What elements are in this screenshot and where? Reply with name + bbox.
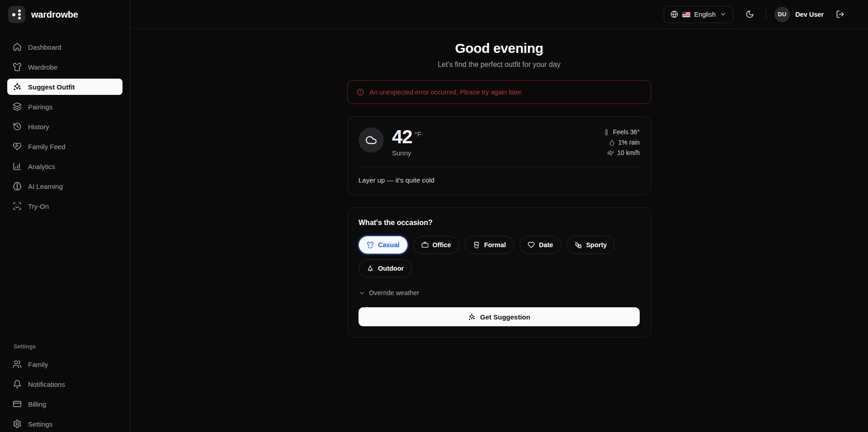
occasion-pill-date[interactable]: Date — [519, 236, 561, 254]
topbar-divider — [766, 9, 766, 20]
chart-column-icon — [13, 162, 22, 171]
brand-name: wardrowbe — [31, 9, 78, 20]
weather-details: Feels 36°1% rain10 km/h — [603, 127, 640, 157]
weather-detail-droplet: 1% rain — [609, 139, 640, 146]
sidebar-item-family[interactable]: Family — [7, 356, 123, 372]
wind-icon — [607, 150, 614, 156]
sidebar-item-wardrobe[interactable]: Wardrobe — [7, 59, 123, 75]
weather-condition-chip — [359, 127, 384, 153]
sidebar-item-dashboard[interactable]: Dashboard — [7, 39, 123, 55]
weather-condition: Sunny — [392, 149, 421, 157]
occasion-pill-label: Casual — [378, 241, 400, 249]
sidebar-item-try-on[interactable]: Try-On — [7, 198, 123, 214]
page-subtitle: Let's find the perfect outfit for your d… — [347, 61, 651, 69]
tree-icon — [367, 265, 374, 272]
sidebar-item-pairings[interactable]: Pairings — [7, 99, 123, 115]
logout-button[interactable] — [832, 6, 848, 23]
sidebar-item-label: History — [28, 123, 49, 131]
droplet-icon — [609, 139, 615, 146]
globe-icon — [670, 10, 678, 18]
occasion-pill-office[interactable]: Office — [413, 236, 459, 254]
shirt-icon — [367, 241, 374, 249]
override-weather-toggle[interactable]: Override weather — [359, 289, 419, 296]
sidebar-item-billing[interactable]: Billing — [7, 396, 123, 412]
chevron-down-icon — [359, 290, 365, 296]
layers-icon — [13, 102, 22, 111]
sidebar-item-label: Suggest Outfit — [28, 83, 75, 91]
sidebar-item-label: Dashboard — [28, 43, 61, 51]
occasion-pill-formal[interactable]: Formal — [465, 236, 514, 254]
occasion-pill-label: Formal — [484, 241, 506, 249]
get-suggestion-label: Get Suggestion — [480, 313, 530, 321]
bell-icon — [13, 380, 22, 389]
sidebar-item-label: Family — [28, 361, 48, 368]
sidebar-item-family-feed[interactable]: Family Feed — [7, 138, 123, 155]
log-out-icon — [836, 10, 844, 19]
error-message: An unexpected error occurred. Please try… — [369, 89, 523, 96]
occasion-pill-label: Office — [433, 241, 451, 249]
theme-toggle-button[interactable] — [741, 6, 758, 23]
users-icon — [13, 360, 22, 369]
weather-card: 42 °F Sunny Feels 36°1% rain10 km/h Laye… — [347, 116, 651, 195]
weather-detail-text: 1% rain — [618, 139, 640, 146]
occasion-card: What's the occasion? CasualOfficeFormalD… — [347, 207, 651, 338]
briefcase-icon — [421, 241, 429, 249]
home-icon — [13, 42, 22, 52]
user-menu[interactable]: DU Dev User — [774, 7, 824, 22]
occasion-pill-casual[interactable]: Casual — [359, 236, 408, 254]
sidebar-item-history[interactable]: History — [7, 118, 123, 135]
sidebar-item-label: Billing — [28, 400, 46, 408]
dumbbell-icon — [575, 241, 582, 249]
glass-water-icon — [473, 241, 480, 249]
brain-icon — [13, 182, 22, 191]
brand: wardrowbe — [0, 0, 130, 29]
sidebar: wardrowbe DashboardWardrobeSuggest Outfi… — [0, 0, 130, 432]
weather-advice: Layer up — it's quite cold — [359, 176, 640, 184]
sidebar-item-label: AI Learning — [28, 183, 63, 190]
occasion-title: What's the occasion? — [359, 219, 640, 227]
sparkles-icon — [468, 313, 476, 321]
app-shell: wardrowbe DashboardWardrobeSuggest Outfi… — [0, 0, 868, 432]
sidebar-item-analytics[interactable]: Analytics — [7, 158, 123, 174]
get-suggestion-button[interactable]: Get Suggestion — [359, 307, 640, 326]
credit-card-icon — [13, 399, 22, 409]
thermometer-icon — [603, 129, 610, 136]
history-icon — [13, 122, 22, 131]
weather-detail-text: 10 km/h — [617, 149, 640, 156]
sidebar-item-settings[interactable]: Settings — [7, 416, 123, 432]
sidebar-item-suggest-outfit[interactable]: Suggest Outfit — [7, 79, 123, 95]
sidebar-nav: DashboardWardrobeSuggest OutfitPairingsH… — [0, 39, 130, 331]
occasion-pill-outdoor[interactable]: Outdoor — [359, 259, 412, 277]
us-flag-icon — [682, 12, 690, 17]
heart-icon — [528, 241, 535, 249]
sidebar-item-label: Family Feed — [28, 143, 66, 150]
page-title: Good evening — [347, 41, 651, 56]
sidebar-section-label: Settings — [0, 343, 130, 350]
weather-detail-text: Feels 36° — [613, 128, 640, 136]
override-weather-label: Override weather — [369, 289, 419, 296]
sidebar-item-notifications[interactable]: Notifications — [7, 376, 123, 392]
avatar: DU — [774, 7, 790, 22]
dice-logo-icon — [8, 6, 25, 23]
sidebar-settings-nav: FamilyNotificationsBillingSettings — [0, 356, 130, 432]
language-selector[interactable]: English — [664, 6, 734, 23]
temperature-unit: °F — [415, 130, 421, 138]
moon-icon — [745, 10, 754, 19]
occasion-pill-sporty[interactable]: Sporty — [566, 236, 615, 254]
occasion-options: CasualOfficeFormalDateSportyOutdoor — [359, 236, 640, 277]
weather-detail-thermometer: Feels 36° — [603, 128, 640, 136]
shirt-icon — [13, 62, 22, 71]
occasion-pill-label: Date — [539, 241, 553, 249]
user-name: Dev User — [795, 11, 824, 18]
weather-detail-wind: 10 km/h — [607, 149, 640, 156]
sidebar-item-label: Wardrobe — [28, 63, 57, 71]
main-content: Good evening Let's find the perfect outf… — [130, 29, 868, 432]
occasion-pill-label: Outdoor — [378, 265, 404, 272]
main-column: English DU Dev User Good evening Let's f… — [130, 0, 868, 432]
heart-handshake-icon — [13, 142, 22, 151]
sidebar-item-ai-learning[interactable]: AI Learning — [7, 178, 123, 194]
sidebar-item-label: Notifications — [28, 380, 65, 388]
occasion-pill-label: Sporty — [586, 241, 607, 249]
gear-icon — [13, 419, 22, 428]
error-banner: An unexpected error occurred. Please try… — [347, 80, 651, 104]
